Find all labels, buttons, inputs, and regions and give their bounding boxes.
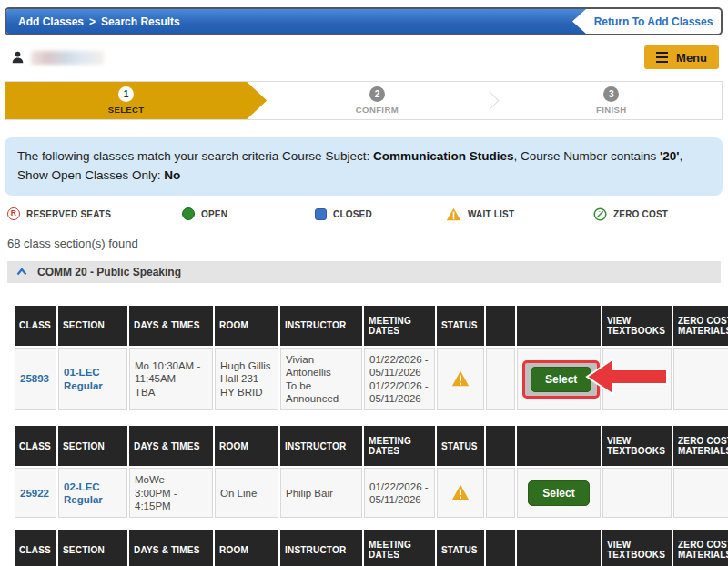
header-view-textbooks: VIEW TEXTBOOKS (602, 306, 672, 346)
header-section: SECTION (58, 426, 127, 466)
meeting-dates-cell: 01/22/2026 - 05/11/2026 (364, 468, 435, 518)
table-row: 25922 02-LEC Regular MoWe 3:00PM - 4:15P… (15, 468, 728, 518)
criteria-text-2: , Course Number contains (513, 149, 660, 163)
wait-list-icon (446, 207, 461, 221)
header-meeting-dates: MEETING DATES (364, 530, 435, 566)
legend-open-label: OPEN (201, 209, 228, 219)
status-legend: R RESERVED SEATS OPEN CLOSED WAIT LIST (7, 207, 721, 221)
legend-wait-list: WAIT LIST (446, 207, 593, 221)
closed-status-icon (315, 208, 327, 220)
step-wizard: 1 SELECT 2 CONFIRM 3 FINISH (5, 81, 723, 120)
chevron-up-icon (16, 268, 27, 276)
wizard-step-finish: 3 FINISH (501, 82, 722, 119)
header-days-times: DAYS & TIMES (129, 426, 213, 466)
user-bar: Menu (11, 45, 719, 70)
header-section: SECTION (58, 306, 127, 346)
section-link[interactable]: 01-LEC Regular (64, 367, 103, 390)
zero-cost-icon (593, 207, 607, 221)
empty-header-cell (486, 530, 515, 566)
redacted-user-name (31, 51, 104, 65)
table-header-row: CLASS SECTION DAYS & TIMES ROOM INSTRUCT… (15, 530, 728, 566)
table-header-row: CLASS SECTION DAYS & TIMES ROOM INSTRUCT… (15, 306, 728, 346)
section-link[interactable]: 02-LEC Regular (64, 481, 103, 505)
hamburger-icon (656, 52, 668, 64)
criteria-subject-value: Communication Studies (373, 149, 514, 163)
wizard-step-3-label: FINISH (596, 105, 627, 115)
table-cell-empty (486, 348, 515, 411)
class-section-table-3: CLASS SECTION DAYS & TIMES ROOM INSTRUCT… (13, 528, 719, 566)
legend-zero-cost-label: ZERO COST (613, 209, 668, 219)
header-view-textbooks: VIEW TEXTBOOKS (602, 530, 672, 566)
annotation-highlight-box: Select (522, 360, 600, 399)
class-section-table-2: CLASS SECTION DAYS & TIMES ROOM INSTRUCT… (13, 424, 719, 520)
header-instructor: INSTRUCTOR (280, 306, 362, 346)
table-cell-empty (486, 468, 515, 518)
empty-header-cell (486, 426, 515, 466)
header-zero-cost-materials: ZERO COST MATERIALS (673, 426, 728, 466)
header-class: CLASS (15, 530, 56, 566)
header-instructor: INSTRUCTOR (280, 426, 362, 466)
breadcrumb-bar: Add Classes > Search Results Return To A… (5, 7, 723, 35)
instructor-cell: Philip Bair (280, 468, 362, 518)
wizard-step-2-number: 2 (369, 86, 385, 102)
empty-header-cell (486, 306, 515, 346)
days-times-cell: MoWe 3:00PM - 4:15PM (129, 468, 213, 518)
legend-wait-list-label: WAIT LIST (468, 209, 514, 219)
header-section: SECTION (58, 530, 127, 566)
breadcrumb-separator: > (89, 15, 96, 28)
return-to-add-classes-link[interactable]: Return To Add Classes (586, 9, 721, 34)
room-cell: On Line (215, 468, 278, 518)
wait-list-icon (451, 484, 470, 500)
header-view-textbooks: VIEW TEXTBOOKS (602, 426, 672, 466)
header-days-times: DAYS & TIMES (129, 530, 213, 566)
legend-zero-cost: ZERO COST (593, 207, 668, 221)
header-room: ROOM (215, 530, 278, 566)
course-group-title: COMM 20 - Public Speaking (37, 266, 181, 278)
reserved-seats-icon: R (7, 207, 20, 220)
wait-list-icon (451, 370, 470, 387)
class-number-link[interactable]: 25893 (20, 373, 49, 384)
view-textbooks-cell (602, 348, 672, 411)
view-textbooks-cell (602, 468, 672, 518)
breadcrumb-add-classes-link[interactable]: Add Classes (18, 15, 84, 28)
empty-header-cell (517, 530, 601, 566)
header-room: ROOM (215, 306, 278, 346)
empty-header-cell (517, 426, 601, 466)
breadcrumb: Add Classes > Search Results (6, 9, 586, 34)
header-status: STATUS (437, 426, 484, 466)
wizard-step-1-number: 1 (118, 86, 134, 102)
header-status: STATUS (437, 306, 484, 346)
wizard-step-3-number: 3 (603, 86, 619, 102)
header-class: CLASS (15, 426, 56, 466)
menu-button-label: Menu (676, 51, 707, 65)
header-zero-cost-materials: ZERO COST MATERIALS (673, 306, 728, 346)
status-cell (437, 348, 484, 411)
wizard-step-2-label: CONFIRM (356, 105, 399, 115)
search-results-page: Add Classes > Search Results Return To A… (0, 0, 728, 566)
breadcrumb-current: Search Results (101, 15, 180, 28)
meeting-dates-cell: 01/22/2026 - 05/11/2026 01/22/2026 - 05/… (364, 348, 435, 411)
header-class: CLASS (15, 306, 56, 346)
header-meeting-dates: MEETING DATES (364, 426, 435, 466)
table-row: 25893 01-LEC Regular Mo 10:30AM - 11:45A… (15, 348, 728, 411)
menu-button[interactable]: Menu (644, 45, 719, 69)
header-zero-cost-materials: ZERO COST MATERIALS (673, 530, 728, 566)
select-button[interactable]: Select (528, 480, 589, 506)
wizard-step-confirm: 2 CONFIRM (267, 82, 487, 119)
days-times-cell: Mo 10:30AM - 11:45AM TBA (129, 348, 213, 411)
zero-cost-materials-cell (673, 348, 728, 411)
legend-closed-label: CLOSED (333, 209, 372, 219)
return-to-add-classes-label: Return To Add Classes (594, 15, 713, 28)
header-days-times: DAYS & TIMES (129, 306, 213, 346)
user-icon (11, 50, 25, 65)
legend-reserved-seats: R RESERVED SEATS (7, 207, 182, 220)
room-cell: Hugh Gillis Hall 231 HY BRID (215, 348, 278, 411)
open-status-icon (182, 207, 195, 220)
search-criteria-message: The following classes match your search … (5, 137, 723, 196)
select-button[interactable]: Select (531, 367, 592, 392)
wizard-step-select: 1 SELECT (5, 82, 267, 119)
criteria-course-number-value: '20' (660, 149, 679, 163)
course-group-header[interactable]: COMM 20 - Public Speaking (7, 261, 721, 283)
status-cell (437, 468, 484, 518)
class-number-link[interactable]: 25922 (20, 488, 49, 499)
